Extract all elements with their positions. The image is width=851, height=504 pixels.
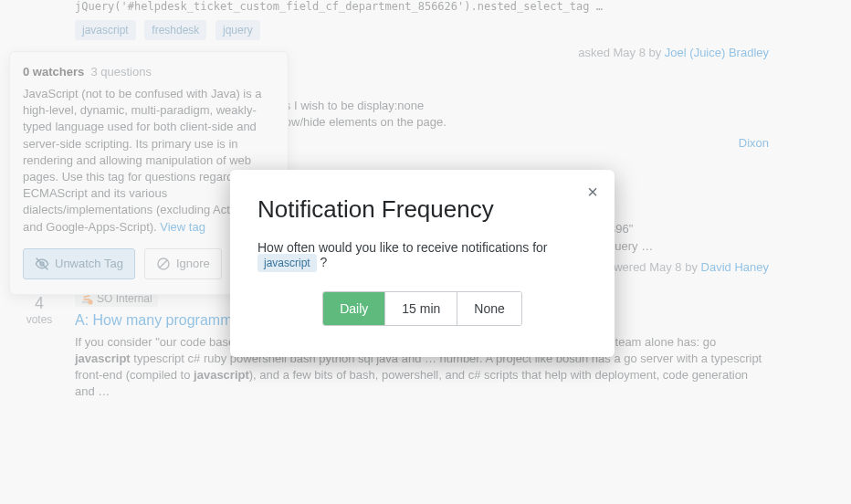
modal-body: How often would you like to receive noti… bbox=[257, 240, 587, 269]
tag-javascript[interactable]: javascript bbox=[75, 20, 136, 40]
ignore-tag-button[interactable]: Ignore bbox=[144, 248, 222, 279]
author-link-2[interactable]: Dixon bbox=[739, 136, 769, 150]
asked-prefix: asked May 8 by bbox=[578, 46, 665, 59]
notification-frequency-modal: × Notification Frequency How often would… bbox=[230, 170, 615, 357]
frequency-segmented-control: Daily 15 min None bbox=[322, 291, 522, 326]
close-button[interactable]: × bbox=[583, 179, 602, 205]
answer-author-link[interactable]: David Haney bbox=[701, 260, 769, 274]
ignore-label: Ignore bbox=[176, 257, 210, 270]
modal-title: Notification Frequency bbox=[257, 195, 587, 224]
close-icon: × bbox=[587, 182, 598, 202]
unwatch-label: Unwatch Tag bbox=[55, 257, 123, 270]
tag-jquery[interactable]: jquery bbox=[215, 20, 260, 40]
code-snippet: jQuery('#helpdesk_ticket_custom_field_cf… bbox=[75, 0, 769, 13]
questions-count: 3 questions bbox=[90, 65, 152, 79]
watchers-count: 0 watchers bbox=[23, 65, 84, 79]
tag-description: JavaScript (not to be confused with Java… bbox=[23, 87, 262, 216]
view-tag-link[interactable]: View tag bbox=[160, 220, 205, 234]
unwatch-tag-button[interactable]: Unwatch Tag bbox=[23, 248, 135, 279]
vote-count: 4 bbox=[16, 294, 62, 313]
q3-b1: javascript bbox=[75, 352, 131, 365]
svg-line-5 bbox=[160, 259, 168, 268]
tag-description-tail: and Google-Apps-Script). bbox=[23, 220, 160, 234]
freq-none-button[interactable]: None bbox=[457, 292, 520, 325]
eye-off-icon bbox=[35, 257, 49, 271]
freq-15min-button[interactable]: 15 min bbox=[384, 292, 457, 325]
svg-point-1 bbox=[88, 299, 92, 304]
tag-list: javascript freshdesk jquery bbox=[75, 20, 769, 40]
freq-daily-button[interactable]: Daily bbox=[323, 292, 384, 325]
author-link[interactable]: Joel (Juice) Bradley bbox=[665, 46, 769, 59]
modal-body-post: ? bbox=[320, 255, 328, 269]
ignore-icon bbox=[156, 257, 171, 271]
q3-b2: javascript bbox=[194, 368, 249, 382]
modal-tag-pill[interactable]: javascript bbox=[257, 254, 317, 272]
tag-freshdesk[interactable]: freshdesk bbox=[144, 20, 206, 40]
vote-label: votes bbox=[16, 313, 62, 326]
modal-body-pre: How often would you like to receive noti… bbox=[257, 240, 548, 255]
